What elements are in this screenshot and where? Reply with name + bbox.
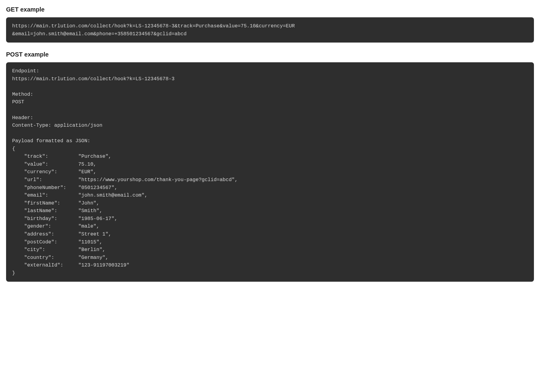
- post-example-code[interactable]: Endpoint: https://main.trlution.com/coll…: [6, 62, 534, 282]
- post-example-heading: POST example: [6, 51, 534, 58]
- get-example-section: GET example https://main.trlution.com/co…: [6, 6, 534, 43]
- post-example-section: POST example Endpoint: https://main.trlu…: [6, 51, 534, 282]
- get-example-code[interactable]: https://main.trlution.com/collect/hook?k…: [6, 17, 534, 43]
- get-example-heading: GET example: [6, 6, 534, 13]
